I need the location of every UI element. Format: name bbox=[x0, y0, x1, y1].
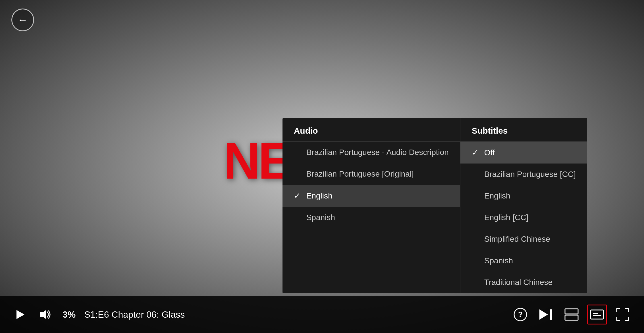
svg-marker-1 bbox=[40, 310, 46, 319]
subtitle-item-label-4: Simplified Chinese bbox=[484, 235, 550, 244]
episodes-button[interactable] bbox=[562, 305, 581, 324]
audio-item-label-3: Spanish bbox=[306, 213, 335, 222]
subtitle-item-6[interactable]: Traditional Chinese bbox=[460, 272, 587, 293]
svg-rect-6 bbox=[565, 309, 578, 314]
subtitle-item-5[interactable]: Spanish bbox=[460, 250, 587, 272]
audio-item-0[interactable]: Brazilian Portuguese - Audio Description bbox=[282, 142, 460, 163]
audio-item-1[interactable]: Brazilian Portuguese [Original] bbox=[282, 163, 460, 185]
subtitle-item-1[interactable]: Brazilian Portuguese [CC] bbox=[460, 164, 587, 185]
subtitle-item-label-0: Off bbox=[484, 148, 495, 157]
audio-item-2[interactable]: ✓ English bbox=[282, 185, 460, 207]
audio-item-label-2: English bbox=[306, 191, 333, 200]
svg-marker-0 bbox=[16, 310, 24, 319]
svg-rect-7 bbox=[565, 315, 578, 320]
subtitles-column: Subtitles ✓ Off Brazilian Portuguese [CC… bbox=[460, 118, 587, 293]
subtitle-item-label-1: Brazilian Portuguese [CC] bbox=[484, 170, 576, 179]
back-button[interactable]: ← bbox=[11, 9, 34, 31]
svg-text:?: ? bbox=[518, 310, 523, 319]
help-icon: ? bbox=[513, 307, 527, 322]
subtitle-item-label-6: Traditional Chinese bbox=[484, 278, 552, 287]
next-episode-icon bbox=[539, 309, 553, 320]
av-panel: Audio Brazilian Portuguese - Audio Descr… bbox=[282, 118, 587, 293]
subtitle-item-label-5: Spanish bbox=[484, 256, 513, 265]
play-button[interactable] bbox=[11, 306, 28, 323]
svg-rect-5 bbox=[550, 309, 552, 320]
subtitles-button[interactable] bbox=[587, 305, 607, 324]
volume-button[interactable] bbox=[37, 306, 54, 323]
subtitle-check-0: ✓ bbox=[472, 148, 480, 157]
progress-percent: 3% bbox=[63, 309, 76, 320]
episode-info: S1:E6 Chapter 06: Glass bbox=[84, 309, 185, 320]
progress-info: 3% bbox=[63, 309, 76, 320]
subtitles-header: Subtitles bbox=[460, 118, 587, 142]
subtitle-item-2[interactable]: English bbox=[460, 185, 587, 207]
episodes-icon bbox=[564, 308, 579, 321]
subtitle-item-3[interactable]: English [CC] bbox=[460, 207, 587, 228]
audio-column: Audio Brazilian Portuguese - Audio Descr… bbox=[282, 118, 460, 293]
svg-marker-4 bbox=[539, 309, 548, 320]
right-controls: ? bbox=[510, 305, 633, 324]
next-episode-button[interactable] bbox=[536, 305, 556, 324]
play-icon bbox=[14, 309, 26, 320]
help-button[interactable]: ? bbox=[510, 305, 530, 324]
episode-label: S1:E6 Chapter 06: Glass bbox=[84, 309, 185, 320]
subtitles-icon bbox=[590, 309, 604, 320]
audio-item-label-1: Brazilian Portuguese [Original] bbox=[306, 169, 414, 179]
svg-rect-8 bbox=[591, 310, 604, 319]
audio-item-label-0: Brazilian Portuguese - Audio Description bbox=[306, 148, 449, 157]
audio-item-3[interactable]: Spanish bbox=[282, 207, 460, 228]
subtitle-item-label-2: English bbox=[484, 191, 510, 200]
audio-header: Audio bbox=[282, 118, 460, 142]
subtitle-item-4[interactable]: Simplified Chinese bbox=[460, 228, 587, 250]
subtitle-item-0[interactable]: ✓ Off bbox=[460, 142, 587, 164]
fullscreen-icon bbox=[616, 307, 630, 322]
back-arrow-icon: ← bbox=[18, 14, 28, 26]
fullscreen-button[interactable] bbox=[613, 305, 633, 324]
player-container: NETFLIX ← Audio Brazilian Portuguese - A… bbox=[0, 0, 644, 333]
audio-check-2: ✓ bbox=[294, 191, 302, 200]
controls-bar: 3% S1:E6 Chapter 06: Glass ? bbox=[0, 296, 644, 333]
subtitle-item-label-3: English [CC] bbox=[484, 213, 529, 222]
volume-icon bbox=[39, 309, 52, 320]
